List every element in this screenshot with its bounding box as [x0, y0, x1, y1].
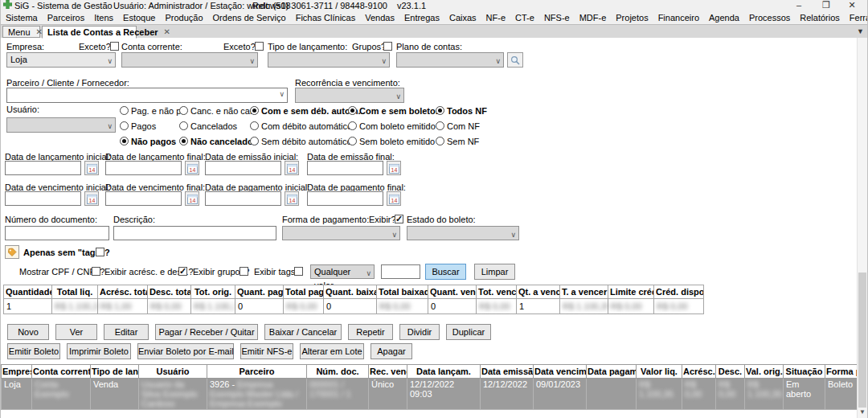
data-lancamento-inicial-input[interactable] [5, 161, 81, 175]
exibir-tags-checkbox[interactable] [294, 267, 303, 276]
plano-contas-select[interactable] [396, 52, 504, 68]
menu-entregas[interactable]: Entregas [399, 12, 444, 24]
menu-caixas[interactable]: Caixas [444, 12, 481, 24]
exibir-grupos-checkbox[interactable] [240, 267, 248, 276]
menu-nfse[interactable]: NFS-e [539, 12, 575, 24]
radio-pag-e-nao-p[interactable] [120, 106, 129, 115]
data-emissao-final-input[interactable] [307, 161, 383, 175]
usuario-select[interactable] [6, 117, 116, 133]
radio-sem-boleto-emitido[interactable] [348, 137, 357, 145]
radio-com-boleto-emitido[interactable] [348, 121, 357, 130]
radio-cancelados[interactable] [179, 121, 188, 130]
menu-estoque[interactable]: Estoque [118, 12, 160, 24]
menu-processos[interactable]: Processos [744, 12, 795, 24]
data-vencimento-inicial-calendar-button[interactable]: 14 [84, 191, 99, 206]
menu-parceiros[interactable]: Parceiros [43, 12, 89, 24]
menu-financeiro[interactable]: Financeiro [653, 12, 704, 24]
mostrar-cpf-cnpj-checkbox[interactable] [92, 267, 100, 276]
forma-pagamento-select[interactable] [282, 226, 400, 240]
editar-button[interactable]: Editar [104, 324, 149, 340]
menu-mdfe[interactable]: MDF-e [575, 12, 612, 24]
baixar-cancelar-button[interactable]: Baixar / Cancelar [264, 324, 342, 340]
close-button[interactable]: ✕ [840, 0, 864, 11]
conta-corrente-select[interactable] [121, 52, 258, 68]
radio-todos-nf[interactable] [436, 106, 444, 115]
exceto1-checkbox[interactable] [110, 42, 119, 51]
tipo-lancamento-select[interactable] [268, 52, 390, 68]
data-pagamento-final-input[interactable] [307, 191, 383, 206]
grupos-checkbox[interactable] [383, 42, 392, 51]
scroll-down-icon[interactable]: ▼ [858, 407, 867, 417]
radio-com-debito-automatico[interactable] [250, 121, 259, 130]
enviar-boleto-email-button[interactable]: Enviar Boleto por E-mail [137, 343, 234, 359]
dividir-button[interactable]: Dividir [399, 324, 440, 340]
exibir-checkbox[interactable] [395, 215, 403, 223]
data-lancamento-final-input[interactable] [105, 161, 182, 175]
menu-ferramentas[interactable]: Ferramentas [845, 12, 868, 24]
exibir-acresc-desc-checkbox[interactable] [178, 267, 187, 276]
imprimir-boleto-button[interactable]: Imprimir Boleto [67, 343, 131, 359]
data-vencimento-final-calendar-button[interactable]: 14 [185, 191, 199, 206]
scrollbar-thumb[interactable] [858, 273, 866, 408]
numero-documento-input[interactable] [5, 226, 109, 240]
tab-lista-close-icon[interactable]: ✕ [164, 28, 170, 36]
data-pagamento-inicial-input[interactable] [205, 191, 281, 206]
vertical-scrollbar[interactable]: ▼ [857, 38, 867, 418]
recorrencia-select[interactable] [295, 88, 404, 103]
menu-relatorios[interactable]: Relatórios [795, 12, 845, 24]
radio-sem-nf[interactable] [436, 137, 444, 145]
plano-contas-search-button[interactable] [507, 52, 523, 68]
maximize-button[interactable]: ❒ [814, 0, 838, 11]
data-vencimento-inicial-input[interactable] [5, 191, 81, 206]
exceto2-checkbox[interactable] [255, 42, 264, 51]
apenas-sem-tags-checkbox[interactable] [96, 248, 104, 256]
qualquer-valor-select[interactable]: Qualquer valor [310, 264, 375, 279]
data-lancamento-inicial-calendar-button[interactable]: 14 [84, 161, 99, 175]
radio-com-e-sem-boletos[interactable] [348, 106, 357, 115]
radio-nao-cancelados[interactable] [179, 137, 188, 145]
tags-button[interactable] [5, 245, 19, 259]
radio-com-e-sem-deb-autom[interactable] [250, 106, 259, 115]
menu-itens[interactable]: Itens [89, 12, 118, 24]
menu-cte[interactable]: CT-e [510, 12, 539, 24]
menu-vendas[interactable]: Vendas [360, 12, 399, 24]
radio-pagos[interactable] [120, 121, 129, 130]
ver-button[interactable]: Ver [55, 324, 97, 340]
radio-com-nf[interactable] [436, 121, 444, 130]
menu-nfe[interactable]: NF-e [481, 12, 510, 24]
radio-nao-pagos[interactable] [120, 137, 129, 145]
buscar-button[interactable]: Buscar [425, 264, 466, 280]
emitir-nfse-button[interactable]: Emitir NFS-e [240, 343, 293, 359]
minimize-button[interactable]: – [787, 0, 811, 11]
table-row[interactable]: Loja Conta Exemplo Venda Usuario da Silv… [2, 379, 868, 410]
menu-ordens-de-servico[interactable]: Ordens de Serviço [208, 12, 291, 24]
menu-projetos[interactable]: Projetos [611, 12, 653, 24]
apagar-button[interactable]: Apagar [371, 343, 412, 359]
emitir-boleto-button[interactable]: Emitir Boleto [7, 343, 60, 359]
data-lancamento-final-calendar-button[interactable]: 14 [185, 161, 199, 175]
empresa-select[interactable]: Loja [6, 52, 116, 68]
menu-producao[interactable]: Produção [160, 12, 207, 24]
pagar-receber-quitar-button[interactable]: Pagar / Receber / Quitar [155, 324, 258, 340]
radio-sem-debito-automatico[interactable] [250, 137, 259, 145]
data-pagamento-inicial-calendar-button[interactable]: 14 [285, 191, 299, 206]
novo-button[interactable]: Novo [7, 324, 49, 340]
data-emissao-final-calendar-button[interactable]: 14 [387, 161, 401, 175]
data-emissao-inicial-calendar-button[interactable]: 14 [285, 161, 299, 175]
radio-canc-e-nao-can[interactable] [179, 106, 188, 115]
data-vencimento-final-input[interactable] [105, 191, 182, 206]
tab-lista-de-contas-a-receber[interactable]: Lista de Contas a Receber ✕ [42, 26, 137, 39]
menu-agenda[interactable]: Agenda [704, 12, 744, 24]
data-emissao-inicial-input[interactable] [205, 161, 281, 175]
descricao-input[interactable] [113, 226, 276, 240]
valor-input[interactable] [381, 264, 420, 279]
menu-fichas-clinicas[interactable]: Fichas Clínicas [291, 12, 361, 24]
tab-overflow-icon[interactable]: ▼ [857, 27, 864, 35]
tab-menu[interactable]: Menu ✕ [2, 26, 40, 38]
parceiro-combobox[interactable] [6, 88, 288, 103]
menu-sistema[interactable]: Sistema [1, 12, 43, 24]
estado-boleto-select[interactable] [407, 226, 519, 240]
data-pagamento-final-calendar-button[interactable]: 14 [387, 191, 401, 206]
alterar-em-lote-button[interactable]: Alterar em Lote [300, 343, 364, 359]
duplicar-button[interactable]: Duplicar [446, 324, 491, 340]
